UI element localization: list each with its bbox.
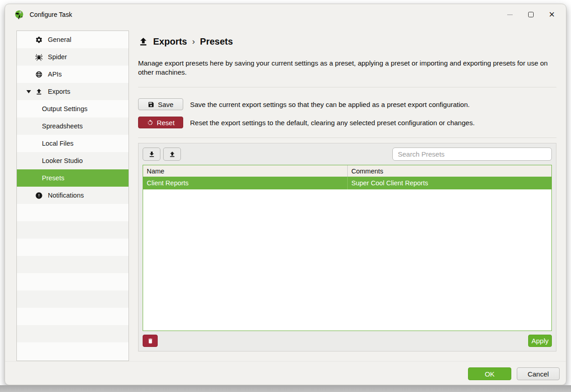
- ok-button[interactable]: OK: [468, 367, 511, 380]
- minimize-button[interactable]: [499, 7, 520, 22]
- preset-name-cell: Client Reports: [143, 177, 347, 189]
- sidebar-empty-row: [17, 342, 129, 360]
- page-description: Manage export presets here by saving you…: [138, 59, 552, 77]
- save-button[interactable]: Save: [138, 98, 183, 110]
- sidebar-item-exports[interactable]: Exports: [17, 83, 129, 100]
- divider: [138, 87, 556, 87]
- sidebar-empty-row: [17, 325, 129, 342]
- sidebar-item-label: Spider: [48, 53, 67, 61]
- sidebar-item-label: Spreadsheets: [42, 122, 82, 130]
- sidebar-item-label: General: [48, 36, 72, 43]
- presets-panel: Name Comments Client Reports Super Cool …: [138, 143, 556, 351]
- sidebar-item-local-files[interactable]: Local Files: [17, 135, 129, 152]
- sidebar-empty-row: [17, 273, 129, 290]
- sidebar-empty-row: [17, 256, 129, 273]
- sidebar-empty-row: [17, 239, 129, 256]
- globe-icon: [35, 71, 48, 78]
- presets-page: Exports › Presets Manage export presets …: [138, 30, 556, 351]
- import-presets-button[interactable]: [143, 148, 160, 161]
- sidebar-item-label: Presets: [42, 174, 64, 182]
- sidebar-item-spider[interactable]: Spider: [17, 48, 129, 66]
- reset-button-label: Reset: [157, 119, 175, 127]
- app-logo-frog-icon: [14, 10, 24, 20]
- save-button-label: Save: [158, 101, 173, 108]
- cancel-button[interactable]: Cancel: [517, 367, 560, 380]
- save-description: Save the current export settings so that…: [190, 101, 470, 108]
- table-row[interactable]: Client Reports Super Cool Client Reports: [143, 177, 551, 189]
- delete-preset-button[interactable]: [143, 335, 158, 347]
- sidebar-item-label: Output Settings: [42, 105, 87, 112]
- download-icon: [148, 151, 155, 158]
- sidebar-item-label: Notifications: [48, 192, 84, 199]
- error-icon: [35, 192, 48, 199]
- table-header: Name Comments: [143, 165, 551, 177]
- upload-icon: [35, 88, 48, 96]
- sidebar-item-apis[interactable]: APIs: [17, 66, 129, 83]
- breadcrumb-exports[interactable]: Exports: [153, 36, 187, 47]
- sidebar-empty-row: [17, 308, 129, 325]
- desktop-background-strip: [0, 385, 571, 392]
- apply-button[interactable]: Apply: [528, 335, 552, 347]
- sidebar-empty-row: [17, 204, 129, 221]
- trash-icon: [147, 338, 154, 344]
- sidebar-item-label: Exports: [48, 88, 70, 95]
- sidebar-item-presets[interactable]: Presets: [17, 169, 129, 187]
- breadcrumb-separator: ›: [191, 36, 195, 46]
- page-title: Presets: [200, 36, 233, 47]
- gear-icon: [35, 36, 48, 44]
- maximize-icon: [528, 12, 534, 17]
- export-presets-button[interactable]: [163, 148, 181, 161]
- upload-icon: [169, 151, 176, 158]
- configure-task-dialog: Configure Task × General Spider: [5, 4, 566, 385]
- close-icon: ×: [549, 10, 555, 20]
- sidebar-item-output-settings[interactable]: Output Settings: [17, 100, 129, 117]
- spider-icon: [35, 53, 48, 61]
- upload-icon: [138, 36, 149, 47]
- window-title: Configure Task: [30, 11, 72, 18]
- floppy-disk-icon: [148, 101, 154, 108]
- sidebar-empty-row: [17, 290, 129, 308]
- expand-arrow-icon[interactable]: [22, 90, 35, 93]
- titlebar: Configure Task ×: [5, 4, 566, 25]
- sidebar-item-label: Looker Studio: [42, 157, 82, 164]
- settings-sidebar: General Spider APIs: [16, 31, 129, 361]
- sidebar-item-general[interactable]: General: [17, 31, 129, 48]
- sidebar-item-notifications[interactable]: Notifications: [17, 187, 129, 204]
- preset-comments-cell: Super Cool Client Reports: [347, 177, 551, 189]
- sidebar-item-label: Local Files: [42, 140, 73, 147]
- column-header-name[interactable]: Name: [143, 165, 347, 177]
- maximize-button[interactable]: [520, 7, 541, 22]
- sidebar-item-looker-studio[interactable]: Looker Studio: [17, 152, 129, 169]
- footer-divider: [5, 361, 566, 361]
- sidebar-item-spreadsheets[interactable]: Spreadsheets: [17, 117, 129, 135]
- breadcrumb: Exports › Presets: [138, 35, 556, 48]
- close-button[interactable]: ×: [541, 7, 562, 22]
- search-presets-input[interactable]: [392, 148, 552, 161]
- minimize-icon: [507, 15, 513, 15]
- reset-button[interactable]: Reset: [138, 117, 183, 128]
- divider: [138, 137, 556, 138]
- presets-table: Name Comments Client Reports Super Cool …: [143, 165, 552, 331]
- reset-description: Reset the export settings to the default…: [190, 119, 475, 127]
- table-empty-area: [143, 189, 551, 331]
- column-header-comments[interactable]: Comments: [347, 165, 551, 177]
- sidebar-empty-row: [17, 221, 129, 239]
- undo-icon: [147, 119, 154, 126]
- sidebar-item-label: APIs: [48, 71, 62, 78]
